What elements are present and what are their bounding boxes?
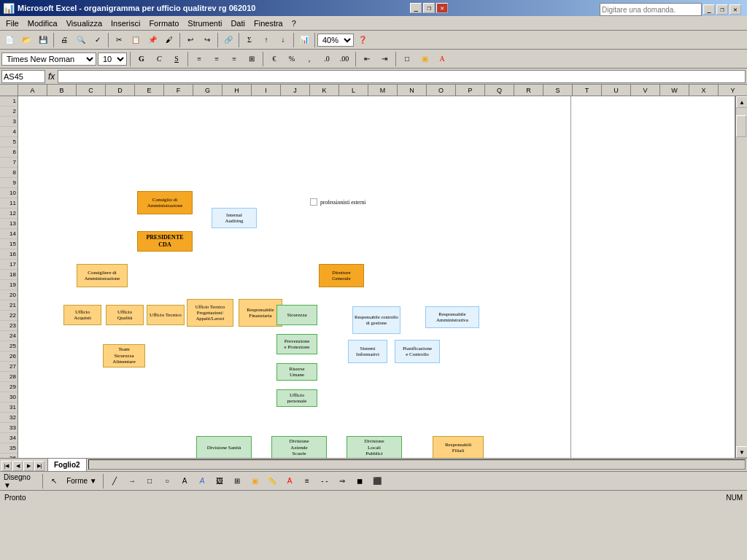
paste-btn[interactable]: 📌	[144, 32, 160, 48]
dec-inc-btn[interactable]: .0	[319, 51, 335, 67]
tab-next-btn[interactable]: ▶	[23, 461, 34, 471]
box-risorse-umane[interactable]: RisorseUmane	[276, 363, 317, 381]
box-prevenzione[interactable]: Prevenzionee Protezione	[276, 334, 317, 354]
sheet-tab-foglio2[interactable]: Foglio2	[47, 458, 87, 471]
rect-tool-btn[interactable]: □	[142, 473, 158, 489]
box-ufficio-tecnico[interactable]: Ufficio Tecnico	[147, 305, 185, 325]
box-direttore[interactable]: DirettoreGenerale	[319, 264, 364, 287]
help-close[interactable]: ✕	[729, 4, 741, 15]
hyperlink-btn[interactable]: 🔗	[220, 32, 236, 48]
font-size-combo[interactable]: 1081214	[98, 52, 127, 66]
font-color-btn[interactable]: A	[434, 51, 450, 67]
box-resp-finanziaria[interactable]: ResponsabileFinanziaria	[239, 299, 282, 327]
percent-btn[interactable]: %	[284, 51, 300, 67]
menu-modifica[interactable]: Modifica	[23, 18, 62, 28]
arrow-style-btn[interactable]: ⇒	[334, 473, 350, 489]
help-btn[interactable]: ❓	[355, 32, 371, 48]
box-ufficio-prog[interactable]: Ufficio Tecnico Progettazioni/ Appalti/L…	[187, 299, 233, 327]
menu-visualizza[interactable]: Visualizza	[62, 18, 107, 28]
menu-help[interactable]: ?	[287, 18, 301, 28]
tab-last-btn[interactable]: ▶|	[34, 461, 44, 471]
bold-btn[interactable]: G	[133, 51, 150, 67]
box-div-aziende[interactable]: DivisioneAziendeScuole	[271, 436, 327, 458]
currency-btn[interactable]: €	[266, 51, 282, 67]
box-internal-auditing[interactable]: InternalAuditing	[212, 208, 257, 228]
box-consigliere[interactable]: Consigliere diAmministrazione	[77, 264, 128, 287]
box-pianificazione[interactable]: Pianificazionee Controllo	[395, 340, 440, 363]
textbox-tool-btn[interactable]: A	[177, 473, 193, 489]
box-ufficio-personale[interactable]: Ufficiopersonale	[276, 389, 317, 407]
cut-btn[interactable]: ✂	[111, 32, 127, 48]
merge-btn[interactable]: ⊞	[244, 51, 260, 67]
scroll-up-btn[interactable]: ▲	[736, 96, 747, 108]
format-painter-btn[interactable]: 🖌	[161, 32, 177, 48]
box-presidente[interactable]: PRESIDENTECDA	[137, 231, 193, 252]
scroll-track[interactable]	[736, 108, 747, 446]
formula-input[interactable]	[58, 70, 746, 83]
dash-style-btn[interactable]: - -	[317, 473, 333, 489]
box-ufficio-acquisti[interactable]: UfficioAcquisti	[63, 305, 101, 325]
print-btn[interactable]: 🖨	[56, 32, 72, 48]
minimize-button[interactable]: _	[410, 3, 422, 13]
tab-prev-btn[interactable]: ◀	[12, 461, 23, 471]
copy-btn[interactable]: 📋	[128, 32, 144, 48]
diagram-btn[interactable]: ⊞	[229, 473, 245, 489]
line-color-btn[interactable]: 📏	[264, 473, 280, 489]
menu-strumenti[interactable]: Strumenti	[183, 18, 226, 28]
menu-finestra[interactable]: Finestra	[249, 18, 287, 28]
tab-first-btn[interactable]: |◀	[1, 461, 12, 471]
align-center-btn[interactable]: ≡	[209, 51, 225, 67]
close-button[interactable]: ✕	[436, 3, 448, 13]
underline-btn[interactable]: S	[169, 51, 185, 67]
box-resp-controllo[interactable]: Responsabile controllo di gestione	[352, 306, 400, 334]
box-div-sanita[interactable]: Divisione Sanità	[196, 436, 252, 458]
clipart-btn[interactable]: 🖼	[212, 473, 228, 489]
wordart-tool-btn[interactable]: A	[194, 473, 210, 489]
box-sicurezza[interactable]: Sicurezza	[276, 305, 317, 325]
scroll-down-btn[interactable]: ▼	[736, 446, 747, 458]
box-div-locali[interactable]: DivisioneLocaliPubblici	[347, 436, 402, 458]
undo-btn[interactable]: ↩	[182, 32, 198, 48]
box-team-sicurezza[interactable]: TeamSicurezzaAlimentare	[103, 344, 145, 368]
oval-tool-btn[interactable]: ○	[159, 473, 175, 489]
help-restore[interactable]: ❐	[716, 4, 728, 15]
border-btn[interactable]: □	[399, 51, 415, 67]
preview-btn[interactable]: 🔍	[73, 32, 89, 48]
arrow-tool-btn[interactable]: ↖	[46, 473, 62, 489]
line-tool-btn[interactable]: ╱	[107, 473, 123, 489]
chart-btn[interactable]: 📊	[296, 32, 312, 48]
menu-dati[interactable]: Dati	[226, 18, 249, 28]
save-btn[interactable]: 💾	[35, 32, 51, 48]
3d-btn[interactable]: ⬛	[369, 473, 385, 489]
box-ufficio-qualita[interactable]: UfficioQualità	[106, 305, 144, 325]
zoom-combo[interactable]: 40%50%75%100%	[317, 34, 354, 47]
restore-button[interactable]: ❐	[423, 3, 435, 13]
menu-formato[interactable]: Formato	[144, 18, 183, 28]
help-search-input[interactable]	[600, 3, 702, 16]
line-style-btn[interactable]: ≡	[299, 473, 315, 489]
italic-btn[interactable]: C	[151, 51, 167, 67]
new-btn[interactable]: 📄	[1, 32, 18, 48]
open-btn[interactable]: 📂	[18, 32, 34, 48]
menu-file[interactable]: File	[1, 18, 23, 28]
box-consiglio[interactable]: Consiglio diAmministrazione	[137, 191, 193, 214]
box-resp-filiali[interactable]: ResponsabiliFiliali	[433, 436, 484, 458]
vertical-scrollbar[interactable]: ▲ ▼	[735, 96, 747, 458]
autosum-btn[interactable]: Σ	[241, 32, 258, 48]
cell-reference-input[interactable]	[1, 70, 45, 83]
box-resp-amm[interactable]: ResponsabileAmministrativa	[425, 306, 479, 328]
sort-asc-btn[interactable]: ↑	[258, 32, 274, 48]
forme-btn[interactable]: Forme ▼	[63, 473, 100, 489]
menu-inserisci[interactable]: Inserisci	[107, 18, 144, 28]
redo-btn[interactable]: ↪	[199, 32, 215, 48]
sheet-content[interactable]: professionisti esterni Consiglio diAmmin…	[18, 96, 735, 458]
font-name-combo[interactable]: Times New Roman	[1, 52, 96, 66]
shadow-btn[interactable]: ◼	[352, 473, 368, 489]
dec-dec-btn[interactable]: .00	[336, 51, 352, 67]
font-color2-btn[interactable]: A	[282, 473, 298, 489]
fill-color-btn[interactable]: ▣	[417, 51, 433, 67]
fill-color2-btn[interactable]: ▣	[247, 473, 263, 489]
indent-inc-btn[interactable]: ⇥	[376, 51, 392, 67]
align-right-btn[interactable]: ≡	[226, 51, 242, 67]
spellcheck-btn[interactable]: ✓	[90, 32, 106, 48]
